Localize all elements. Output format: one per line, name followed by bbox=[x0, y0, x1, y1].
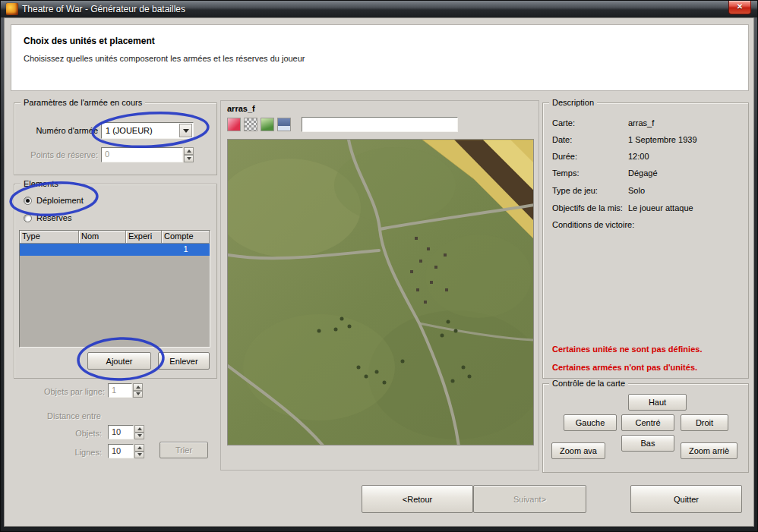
elements-group: Elements Déploiement Réserves Type Nom E… bbox=[14, 184, 217, 379]
sort-button[interactable]: Trier bbox=[159, 442, 208, 458]
desc-label: Temps: bbox=[552, 168, 579, 178]
desc-label: Conditions de victoire: bbox=[552, 220, 634, 229]
table-row[interactable]: 1 bbox=[20, 244, 210, 256]
map-tool-marker-icon[interactable] bbox=[227, 118, 241, 131]
column-header-nom[interactable]: Nom bbox=[79, 231, 126, 244]
lines-distance-spinner[interactable]: 10 bbox=[108, 444, 144, 458]
desc-value: 1 Septembre 1939 bbox=[628, 135, 697, 144]
back-button[interactable]: <Retour bbox=[362, 485, 473, 513]
add-button[interactable]: Ajouter bbox=[87, 352, 151, 370]
objects-per-line-spinner[interactable]: 1 bbox=[108, 383, 143, 398]
spin-up-icon bbox=[137, 446, 142, 449]
pan-right-button[interactable]: Droit bbox=[681, 414, 728, 431]
remove-button[interactable]: Enlever bbox=[158, 352, 210, 370]
center-button[interactable]: Centré bbox=[621, 414, 674, 431]
reserve-points-label: Points de réserve: bbox=[28, 150, 98, 159]
map-tool-save-icon[interactable] bbox=[277, 118, 291, 131]
header-banner: Choix des unités et placement Choisissez… bbox=[11, 24, 749, 91]
titlebar[interactable]: Theatre of War - Générateur de batailles bbox=[1, 1, 757, 17]
army-number-combobox[interactable]: 1 (JOUEUR) bbox=[101, 122, 194, 139]
page-title: Choix des unités et placement bbox=[24, 36, 155, 46]
column-header-type[interactable]: Type bbox=[20, 231, 79, 244]
window-title: Theatre of War - Générateur de batailles bbox=[22, 4, 185, 14]
zoom-in-button[interactable]: Zoom ava bbox=[551, 442, 605, 459]
spin-up-icon bbox=[137, 427, 142, 430]
cell-type bbox=[20, 244, 79, 256]
elements-legend: Elements bbox=[21, 179, 62, 188]
pan-down-button[interactable]: Bas bbox=[621, 435, 674, 452]
objects-per-line-label: Objets par ligne: bbox=[11, 387, 105, 396]
lines-distance-value[interactable]: 10 bbox=[108, 444, 134, 458]
window: Theatre of War - Générateur de batailles… bbox=[0, 0, 758, 532]
objects-distance-spinner[interactable]: 10 bbox=[108, 425, 144, 439]
army-params-group: Paramètres de l'armée en cours Numéro d'… bbox=[14, 102, 217, 175]
desc-value: Le joueur attaque bbox=[628, 203, 693, 212]
chevron-down-icon bbox=[183, 129, 189, 133]
spin-down-button[interactable] bbox=[133, 391, 143, 398]
spin-down-icon bbox=[187, 157, 191, 160]
zoom-out-button[interactable]: Zoom arriè bbox=[681, 442, 737, 459]
map-tool-grid-icon[interactable] bbox=[244, 118, 257, 131]
spin-down-button[interactable] bbox=[134, 433, 144, 440]
spin-up-icon bbox=[187, 150, 191, 153]
spin-up-button[interactable] bbox=[134, 444, 144, 452]
reserve-points-spinner[interactable]: 0 bbox=[101, 147, 194, 162]
warning-units: Certaines unités ne sont pas définies. bbox=[552, 345, 702, 354]
map-title: arras_f bbox=[227, 104, 255, 113]
objects-per-line-value[interactable]: 1 bbox=[108, 383, 132, 398]
spin-up-icon bbox=[136, 386, 141, 389]
distance-label: Distance entre bbox=[47, 411, 101, 420]
close-icon: ✕ bbox=[737, 2, 743, 11]
desc-label: Type de jeu: bbox=[552, 186, 598, 195]
desc-value: arras_f bbox=[628, 118, 654, 127]
desc-label: Date: bbox=[552, 135, 572, 144]
cell-compte: 1 bbox=[162, 244, 210, 256]
map-controls-legend: Contrôle de la carte bbox=[549, 379, 628, 388]
spin-up-button[interactable] bbox=[184, 147, 194, 155]
map-panel: arras_f bbox=[220, 100, 539, 471]
cell-experience bbox=[126, 244, 162, 256]
table-empty-area[interactable] bbox=[20, 256, 210, 347]
desc-value: Dégagé bbox=[628, 168, 658, 178]
spin-down-icon bbox=[137, 434, 142, 437]
pan-up-button[interactable]: Haut bbox=[628, 394, 687, 411]
spin-down-icon bbox=[136, 392, 141, 395]
army-params-legend: Paramètres de l'armée en cours bbox=[21, 98, 145, 107]
spin-down-button[interactable] bbox=[134, 452, 144, 459]
combo-dropdown-button[interactable] bbox=[179, 124, 192, 137]
desc-label: Durée: bbox=[552, 152, 577, 161]
desc-value: 12:00 bbox=[628, 152, 649, 161]
next-button[interactable]: Suivant> bbox=[473, 485, 586, 513]
lines-label: Lignes: bbox=[47, 448, 102, 457]
dialog-body: Choix des unités et placement Choisissez… bbox=[4, 17, 754, 527]
column-header-experience[interactable]: Experi bbox=[126, 231, 162, 244]
objects-distance-value[interactable]: 10 bbox=[108, 425, 134, 439]
spin-down-button[interactable] bbox=[184, 155, 194, 162]
quit-button[interactable]: Quitter bbox=[630, 485, 742, 513]
radio-reserves-label[interactable]: Réserves bbox=[36, 213, 71, 222]
radio-deploiement-label[interactable]: Déploiement bbox=[36, 196, 84, 205]
description-legend: Description bbox=[549, 98, 597, 107]
map-view[interactable] bbox=[227, 139, 534, 445]
pan-left-button[interactable]: Gauche bbox=[564, 414, 617, 431]
app-icon bbox=[6, 3, 18, 15]
spin-up-button[interactable] bbox=[134, 425, 144, 433]
close-button[interactable]: ✕ bbox=[728, 1, 751, 14]
army-number-label: Numéro d'armée bbox=[28, 126, 98, 135]
column-header-compte[interactable]: Compte bbox=[162, 231, 210, 244]
warning-armies: Certaines armées n'ont pas d'unités. bbox=[552, 363, 697, 372]
radio-deploiement[interactable] bbox=[24, 197, 32, 205]
desc-label: Carte: bbox=[552, 118, 575, 127]
spin-up-button[interactable] bbox=[133, 383, 143, 391]
map-name-field[interactable] bbox=[302, 117, 458, 132]
desc-label: Objectifs de la mis: bbox=[552, 203, 623, 212]
map-tool-terrain-icon[interactable] bbox=[261, 118, 274, 131]
map-controls-group: Contrôle de la carte Haut Gauche Centré … bbox=[542, 383, 749, 473]
reserve-points-value[interactable]: 0 bbox=[101, 147, 183, 162]
units-table[interactable]: Type Nom Experi Compte 1 bbox=[19, 230, 210, 348]
table-header: Type Nom Experi Compte bbox=[20, 231, 210, 244]
map-image bbox=[228, 140, 534, 445]
description-group: Description Carte:arras_f Date:1 Septemb… bbox=[542, 102, 749, 379]
objects-label: Objets: bbox=[47, 429, 102, 438]
radio-reserves[interactable] bbox=[24, 214, 32, 222]
